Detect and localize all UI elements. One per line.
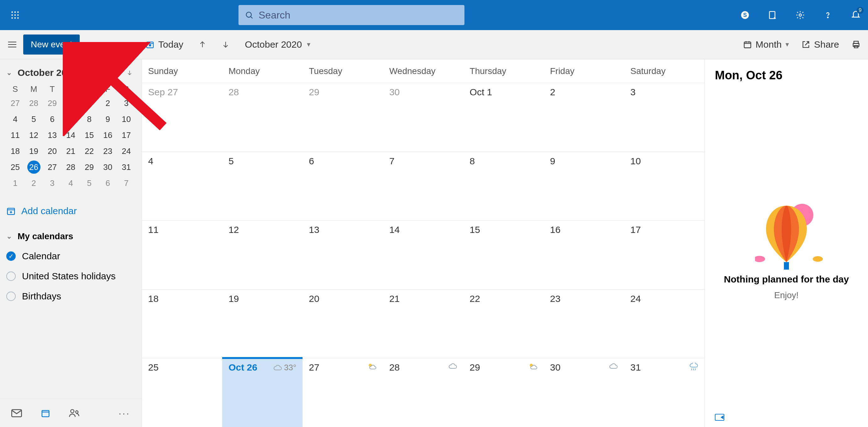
day-cell[interactable]: Oct 1 [464, 83, 544, 152]
day-cell[interactable]: 30 [383, 83, 463, 152]
day-cell[interactable]: 12 [222, 221, 303, 289]
day-cell[interactable]: 29 [303, 83, 383, 152]
calendar-item[interactable]: ✓Calendar [6, 251, 135, 261]
mini-day[interactable]: 6 [99, 176, 117, 190]
print-button[interactable] [852, 40, 861, 49]
mini-day[interactable]: 31 [117, 161, 135, 174]
day-cell[interactable]: 7 [383, 152, 463, 221]
next-period-button[interactable] [222, 40, 230, 48]
calendar-item[interactable]: United States holidays [6, 271, 135, 282]
chevron-down-icon[interactable]: ⌄ [6, 69, 12, 77]
calendar-checkbox[interactable] [6, 292, 16, 301]
mini-day[interactable]: 23 [99, 144, 117, 158]
day-cell[interactable]: 21 [383, 290, 463, 358]
mini-day[interactable]: 1 [80, 97, 98, 110]
mini-day[interactable]: 5 [80, 176, 98, 190]
mini-day[interactable]: 1 [6, 176, 24, 190]
search-box[interactable] [239, 5, 464, 25]
day-cell[interactable]: 18 [142, 290, 222, 358]
mini-day[interactable]: 19 [25, 144, 43, 158]
share-button[interactable]: Share [802, 39, 839, 50]
people-icon[interactable] [69, 408, 80, 418]
mini-day[interactable]: 11 [6, 129, 24, 142]
mail-icon[interactable] [11, 409, 22, 417]
today-button[interactable]: Today [146, 39, 183, 50]
day-cell[interactable]: 27 [303, 358, 383, 427]
mini-day[interactable]: 29 [80, 161, 98, 174]
mini-day[interactable]: 16 [99, 129, 117, 142]
add-calendar-button[interactable]: Add calendar [6, 206, 135, 216]
day-cell[interactable]: 4 [142, 152, 222, 221]
mini-day[interactable]: 7 [117, 176, 135, 190]
mini-day[interactable]: 9 [99, 112, 117, 126]
day-cell[interactable]: 8 [464, 152, 544, 221]
day-cell[interactable]: 30 [544, 358, 624, 427]
mini-day[interactable]: 22 [80, 144, 98, 158]
mini-day[interactable]: 6 [43, 112, 61, 126]
mini-day[interactable]: 4 [6, 112, 24, 126]
mini-day[interactable]: 26 [27, 161, 40, 174]
day-cell[interactable]: 16 [544, 221, 624, 289]
calendar-item[interactable]: Birthdays [6, 291, 135, 302]
new-event-button[interactable]: New event [23, 34, 80, 55]
mini-day[interactable]: 2 [99, 97, 117, 110]
mini-day[interactable]: 12 [25, 129, 43, 142]
mini-day[interactable]: 17 [117, 129, 135, 142]
mini-day[interactable]: 21 [62, 144, 80, 158]
notes-icon[interactable] [766, 9, 779, 21]
collapse-panel-icon[interactable] [715, 414, 724, 421]
more-icon[interactable]: ··· [119, 408, 130, 419]
day-cell[interactable]: 17 [624, 221, 705, 289]
day-cell[interactable]: 13 [303, 221, 383, 289]
day-cell[interactable]: 24 [624, 290, 705, 358]
mini-day[interactable]: 10 [117, 112, 135, 126]
mini-day[interactable]: 14 [62, 129, 80, 142]
day-cell[interactable]: 19 [222, 290, 303, 358]
mini-day[interactable]: 7 [62, 112, 80, 126]
calendar-checkbox[interactable] [6, 271, 16, 281]
day-cell[interactable]: 28 [383, 358, 463, 427]
day-cell[interactable]: 28 [222, 83, 303, 152]
mini-day[interactable]: 13 [43, 129, 61, 142]
mini-day[interactable]: 3 [43, 176, 61, 190]
day-cell[interactable]: 29 [464, 358, 544, 427]
day-cell[interactable]: 15 [464, 221, 544, 289]
day-cell[interactable]: 9 [544, 152, 624, 221]
day-cell[interactable]: 5 [222, 152, 303, 221]
mini-day[interactable]: 18 [6, 144, 24, 158]
day-cell[interactable]: Oct 2633° [222, 358, 303, 427]
mini-day[interactable]: 8 [80, 112, 98, 126]
mini-day[interactable]: 27 [43, 161, 61, 174]
mini-day[interactable]: 28 [62, 161, 80, 174]
day-cell[interactable]: 10 [624, 152, 705, 221]
mini-day[interactable]: 15 [80, 129, 98, 142]
mini-day[interactable]: 30 [99, 161, 117, 174]
mini-day[interactable]: 30 [62, 97, 80, 110]
day-cell[interactable]: 22 [464, 290, 544, 358]
day-cell[interactable]: 6 [303, 152, 383, 221]
view-selector[interactable]: Month ▾ [743, 39, 789, 50]
mini-day[interactable]: 4 [62, 176, 80, 190]
day-cell[interactable]: 11 [142, 221, 222, 289]
day-cell[interactable]: 14 [383, 221, 463, 289]
day-cell[interactable]: 2 [544, 83, 624, 152]
notifications-icon[interactable]: 9 [849, 9, 862, 21]
mini-day[interactable]: 3 [117, 97, 135, 110]
prev-period-button[interactable] [198, 40, 207, 48]
app-launcher-icon[interactable] [0, 11, 30, 20]
mini-day[interactable]: 25 [6, 161, 24, 174]
mini-day[interactable]: 28 [25, 97, 43, 110]
search-input[interactable] [258, 9, 458, 21]
day-cell[interactable]: Sep 27 [142, 83, 222, 152]
day-cell[interactable]: 3 [624, 83, 705, 152]
mini-day[interactable]: 2 [25, 176, 43, 190]
help-icon[interactable] [822, 9, 834, 21]
month-picker[interactable]: October 2020 ▾ [245, 39, 310, 50]
mini-day[interactable]: 20 [43, 144, 61, 158]
mini-month-nav[interactable] [126, 70, 133, 76]
day-cell[interactable]: 23 [544, 290, 624, 358]
day-cell[interactable]: 25 [142, 358, 222, 427]
calendar-module-icon[interactable] [41, 408, 50, 418]
day-cell[interactable]: 20 [303, 290, 383, 358]
my-calendars-section[interactable]: ⌄ My calendars [6, 231, 135, 241]
